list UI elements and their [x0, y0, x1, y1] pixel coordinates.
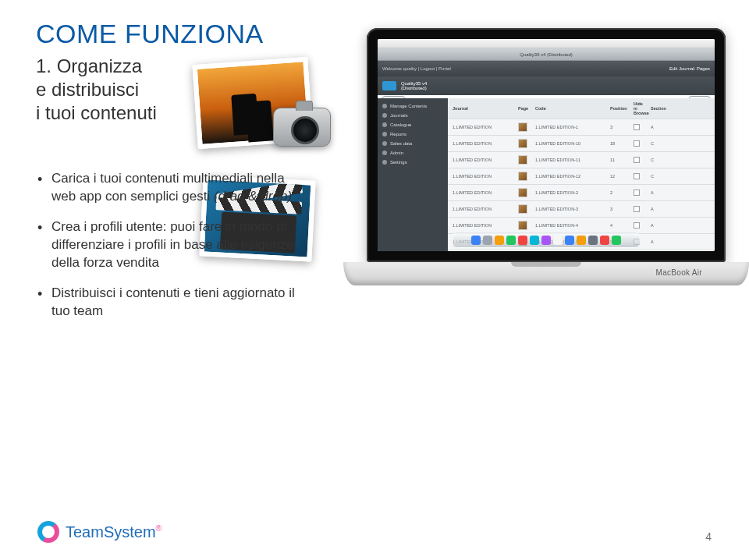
sidebar-item-catalogue[interactable]: Catalogue [378, 120, 448, 129]
laptop-mockup: Quality35 v4 (Distributed) Welcome quali… [343, 28, 749, 334]
hide-checkbox[interactable] [634, 173, 640, 179]
dock-app-icon[interactable] [495, 236, 504, 245]
cell-journal: 1.LIMITED EDITION [453, 190, 515, 195]
sidebar-item-label: Journals [390, 113, 408, 118]
cell-journal: 1.LIMITED EDITION [453, 158, 515, 162]
cell-code: 1.LIMITED EDITION-11 [535, 158, 607, 162]
cell-position: 2 [610, 190, 630, 195]
laptop-model-text: MacBook Air [656, 268, 702, 277]
sidebar-item-admin[interactable]: Admin [378, 148, 448, 158]
bullet-text: Crea i profili utente: puoi fare in modo… [51, 219, 294, 270]
browser-tab[interactable]: Quality35 v4 (Distributed) [378, 48, 715, 61]
sidebar-item-label: Manage Contents [390, 104, 427, 108]
brand-logo-icon [37, 521, 59, 543]
product-name: Quality35 v4 (Distributed) [401, 81, 427, 90]
cell-section: C [651, 158, 673, 162]
cell-section: A [651, 207, 673, 211]
hide-checkbox[interactable] [634, 190, 640, 196]
table-row[interactable]: 1.LIMITED EDITION1.LIMITED EDITION-13A [448, 119, 715, 136]
bullet-emphasis: (drag & drop) [214, 189, 292, 204]
hide-checkbox[interactable] [634, 222, 640, 229]
sidebar-item-reports[interactable]: Reports [378, 129, 448, 139]
bullet-text: Distribuisci i contenuti e tieni aggiorn… [51, 285, 295, 318]
cell-journal: 1.LIMITED EDITION [453, 223, 515, 228]
page-thumb-icon [518, 139, 527, 148]
slide-subtitle: 1. Organizza e distribuisci i tuoi conte… [36, 55, 157, 125]
page-thumb-icon [518, 172, 527, 181]
cell-section: A [651, 223, 673, 228]
table-row[interactable]: 1.LIMITED EDITION1.LIMITED EDITION-1111C [448, 152, 715, 168]
sidebar-item-manage-contents[interactable]: Manage Contents [378, 101, 448, 111]
hide-checkbox[interactable] [634, 157, 640, 163]
macos-dock[interactable] [453, 232, 640, 248]
cell-code: 1.LIMITED EDITION-2 [535, 190, 607, 195]
page-thumb-icon [518, 188, 527, 197]
table-row[interactable]: 1.LIMITED EDITION1.LIMITED EDITION-1018C [448, 136, 715, 152]
dock-app-icon[interactable] [483, 236, 492, 245]
cell-position: 3 [610, 125, 630, 129]
cell-position: 11 [610, 158, 630, 162]
hide-checkbox[interactable] [634, 140, 640, 147]
col-position: Position [610, 106, 630, 111]
slide-title: COME FUNZIONA [36, 19, 264, 49]
macos-menubar [378, 39, 715, 48]
col-page: Page [518, 106, 532, 111]
dock-app-icon[interactable] [530, 236, 539, 245]
page-thumb-icon [518, 204, 527, 214]
sidebar-item-sales-data[interactable]: Sales data [378, 139, 448, 148]
brand-logo: TeamSystem® [37, 521, 162, 543]
cell-position: 3 [610, 207, 630, 211]
col-section: Section [651, 106, 673, 111]
brand-name: TeamSystem® [66, 523, 162, 541]
page-thumb-icon [518, 221, 527, 230]
cell-code: 1.LIMITED EDITION-10 [535, 141, 607, 146]
table-header: Journal Page Code Position Hide in Brows… [448, 98, 715, 119]
subtitle-line-2: e distribuisci [36, 79, 139, 100]
table-row[interactable]: 1.LIMITED EDITION1.LIMITED EDITION-33A [448, 201, 715, 218]
cell-journal: 1.LIMITED EDITION [453, 125, 515, 129]
page-thumb-icon [518, 155, 527, 165]
cell-journal: 1.LIMITED EDITION [453, 141, 515, 146]
sidebar-item-label: Catalogue [390, 122, 411, 127]
dock-app-icon[interactable] [612, 236, 621, 245]
col-code: Code [535, 106, 607, 111]
cell-journal: 1.LIMITED EDITION [453, 207, 515, 211]
bullet-item: Crea i profili utente: puoi fare in modo… [37, 218, 303, 272]
dock-app-icon[interactable] [518, 236, 527, 245]
subtitle-line-3: i tuoi contenuti [36, 102, 157, 123]
page-thumb-icon [518, 122, 527, 132]
dock-app-icon[interactable] [471, 236, 481, 245]
camera-icon [273, 108, 331, 147]
sidebar-item-settings[interactable]: Settings [378, 158, 448, 167]
table-row[interactable]: 1.LIMITED EDITION1.LIMITED EDITION-44A [448, 218, 715, 234]
subtitle-line-1: 1. Organizza [36, 55, 142, 76]
cell-section: C [651, 174, 673, 179]
panel-title: Edit Journal: Pages [669, 66, 710, 71]
dock-app-icon[interactable] [588, 236, 598, 245]
app-header: Welcome quality | Logout | Portal Edit J… [378, 61, 715, 76]
laptop-screen: Quality35 v4 (Distributed) Welcome quali… [378, 39, 715, 251]
cell-section: A [651, 239, 673, 244]
dock-app-icon[interactable] [506, 236, 516, 245]
cell-section: C [651, 141, 673, 146]
dock-app-icon[interactable] [600, 236, 609, 245]
page-number: 4 [705, 530, 712, 543]
hide-checkbox[interactable] [634, 124, 640, 130]
cell-code: 1.LIMITED EDITION-3 [535, 207, 607, 211]
dock-app-icon[interactable] [541, 236, 551, 245]
dock-app-icon[interactable] [565, 236, 574, 245]
cell-position: 18 [610, 141, 630, 146]
cell-code: 1.LIMITED EDITION-1 [535, 125, 607, 129]
slide-footer: TeamSystem® 4 [0, 521, 749, 543]
table-row[interactable]: 1.LIMITED EDITION1.LIMITED EDITION-22A [448, 185, 715, 201]
table-row[interactable]: 1.LIMITED EDITION1.LIMITED EDITION-1212C [448, 168, 715, 185]
cell-code: 1.LIMITED EDITION-12 [535, 174, 607, 179]
dock-app-icon[interactable] [577, 236, 586, 245]
cell-section: A [651, 125, 673, 129]
bullet-item: Carica i tuoi contenuti multimediali nel… [37, 170, 303, 206]
app-logo-icon [382, 81, 396, 90]
dock-app-icon[interactable] [553, 236, 563, 245]
hide-checkbox[interactable] [634, 206, 640, 212]
sidebar-item-journals[interactable]: Journals [378, 111, 448, 120]
col-journal: Journal [453, 106, 515, 111]
